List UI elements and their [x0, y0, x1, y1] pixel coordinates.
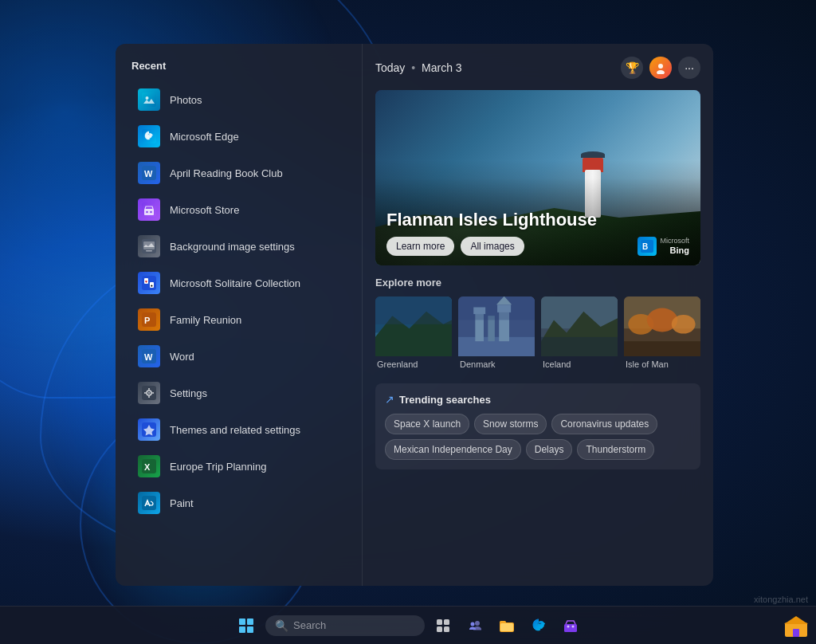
bing-logo-icon: B — [638, 237, 657, 256]
app-name-powerpoint: Family Reunion — [170, 314, 241, 326]
app-item-word[interactable]: WWord — [122, 338, 355, 375]
explore-item-greenland[interactable]: Greenland — [375, 296, 452, 371]
svg-text:X: X — [144, 462, 151, 472]
app-item-word-april[interactable]: WApril Reading Book Club — [122, 155, 355, 191]
app-icon-settings — [138, 382, 160, 404]
app-name-edge: Microsoft Edge — [170, 131, 239, 143]
svg-rect-48 — [458, 296, 535, 320]
explore-grid: Greenland — [375, 296, 700, 371]
trending-tag-3[interactable]: Mexican Independence Day — [385, 439, 521, 460]
app-item-bg-settings[interactable]: Background image settings — [122, 228, 355, 265]
store-taskbar-button[interactable] — [557, 612, 584, 639]
today-header: Today • March 3 🏆 ··· — [375, 57, 700, 79]
teams-button[interactable] — [461, 612, 488, 639]
svg-rect-0 — [142, 92, 156, 107]
watermark: xitongzhia.net — [754, 595, 808, 604]
header-icons: 🏆 ··· — [621, 57, 700, 79]
task-view-button[interactable] — [430, 612, 457, 639]
app-name-paint: Paint — [170, 497, 194, 509]
svg-rect-11 — [146, 250, 152, 252]
svg-point-7 — [146, 211, 147, 213]
win-sq1 — [239, 618, 245, 625]
app-name-solitaire: Microsoft Solitaire Collection — [170, 277, 300, 289]
svg-point-8 — [150, 211, 151, 213]
trending-tag-4[interactable]: Delays — [526, 439, 573, 460]
app-icon-word: W — [138, 345, 160, 367]
explore-name-isle-of-man: Isle of Man — [624, 356, 700, 371]
trending-tag-2[interactable]: Coronavirus updates — [551, 414, 657, 434]
app-item-settings[interactable]: Settings — [122, 375, 355, 411]
file-explorer-button[interactable] — [493, 612, 520, 639]
svg-point-63 — [475, 621, 480, 626]
app-name-bg-settings: Background image settings — [170, 241, 295, 253]
svg-text:♠: ♠ — [151, 283, 153, 288]
svg-rect-12 — [142, 276, 156, 290]
taskbar-search-icon: 🔍 — [275, 619, 288, 632]
more-options-btn[interactable]: ··· — [678, 57, 700, 79]
trending-tag-0[interactable]: Space X launch — [385, 414, 469, 434]
learn-more-button[interactable]: Learn more — [386, 237, 454, 256]
svg-text:B: B — [642, 242, 648, 251]
edge-taskbar-button[interactable] — [525, 612, 552, 639]
app-item-solitaire[interactable]: ♥♠Microsoft Solitaire Collection — [122, 265, 355, 301]
hero-buttons: Learn more All images — [386, 237, 524, 256]
trending-icon: ↗ — [385, 393, 394, 406]
app-item-excel[interactable]: XEurope Trip Planning — [122, 448, 355, 485]
trophy-icon-btn[interactable]: 🏆 — [621, 57, 643, 79]
app-item-edge[interactable]: Microsoft Edge — [122, 118, 355, 155]
taskbar-center: 🔍 Search — [232, 611, 584, 640]
start-panel: Recent PhotosMicrosoft EdgeWApril Readin… — [116, 44, 713, 586]
today-date: Today • March 3 — [375, 61, 462, 74]
bing-logo: B Microsoft Bing — [638, 237, 689, 256]
explore-item-iceland[interactable]: Iceland — [541, 296, 618, 371]
svg-point-69 — [567, 625, 570, 627]
app-name-store: Microsoft Store — [170, 204, 239, 216]
app-item-themes[interactable]: Themes and related settings — [122, 411, 355, 448]
trending-tags: Space X launchSnow stormsCoronavirus upd… — [385, 414, 691, 460]
app-item-store[interactable]: Microsoft Store — [122, 191, 355, 228]
svg-point-33 — [657, 70, 665, 74]
explore-name-iceland: Iceland — [541, 356, 618, 371]
svg-rect-73 — [793, 629, 799, 637]
trending-tag-1[interactable]: Snow storms — [474, 414, 547, 434]
user-avatar-btn[interactable] — [649, 57, 672, 79]
date-separator: • — [411, 61, 415, 74]
svg-rect-61 — [437, 626, 442, 632]
app-item-paint[interactable]: Paint — [122, 485, 355, 521]
svg-marker-72 — [784, 616, 808, 624]
svg-point-57 — [672, 315, 696, 333]
all-images-button[interactable]: All images — [461, 237, 524, 256]
svg-rect-52 — [541, 337, 618, 356]
hero-actions: Learn more All images B Microsoft Bing — [386, 237, 689, 256]
svg-text:W: W — [144, 352, 153, 362]
explore-section: Explore more Greenland — [375, 277, 700, 371]
app-icon-store — [138, 198, 160, 221]
explore-section-label: Explore more — [375, 277, 700, 289]
svg-rect-59 — [437, 619, 442, 625]
taskbar: 🔍 Search — [0, 606, 816, 644]
app-icon-powerpoint: P — [138, 308, 160, 331]
app-item-photos[interactable]: Photos — [122, 81, 355, 118]
date-value: March 3 — [422, 61, 462, 74]
app-item-powerpoint[interactable]: PFamily Reunion — [122, 301, 355, 338]
system-tray-icon[interactable] — [783, 612, 810, 639]
trending-tag-5[interactable]: Thunderstorm — [577, 439, 654, 460]
svg-rect-39 — [375, 296, 452, 324]
taskbar-search-bar[interactable]: 🔍 Search — [265, 615, 425, 636]
taskbar-right — [783, 612, 810, 639]
app-icon-bg-settings — [138, 235, 160, 257]
app-name-word: Word — [170, 351, 194, 363]
svg-rect-60 — [444, 619, 449, 625]
app-name-word-april: April Reading Book Club — [170, 167, 283, 179]
explore-item-isle-of-man[interactable]: Isle of Man — [624, 296, 700, 371]
start-button[interactable] — [232, 611, 261, 640]
app-icon-excel: X — [138, 455, 160, 477]
explore-item-denmark[interactable]: Denmark — [458, 296, 535, 371]
svg-point-70 — [572, 625, 575, 627]
win-sq3 — [239, 626, 245, 633]
trending-section: ↗ Trending searches Space X launchSnow s… — [375, 383, 700, 469]
recent-section-title: Recent — [116, 60, 362, 81]
svg-rect-67 — [500, 623, 513, 631]
hero-card[interactable]: Flannan Isles Lighthouse Learn more All … — [375, 90, 700, 265]
explore-thumb-denmark — [458, 296, 535, 356]
